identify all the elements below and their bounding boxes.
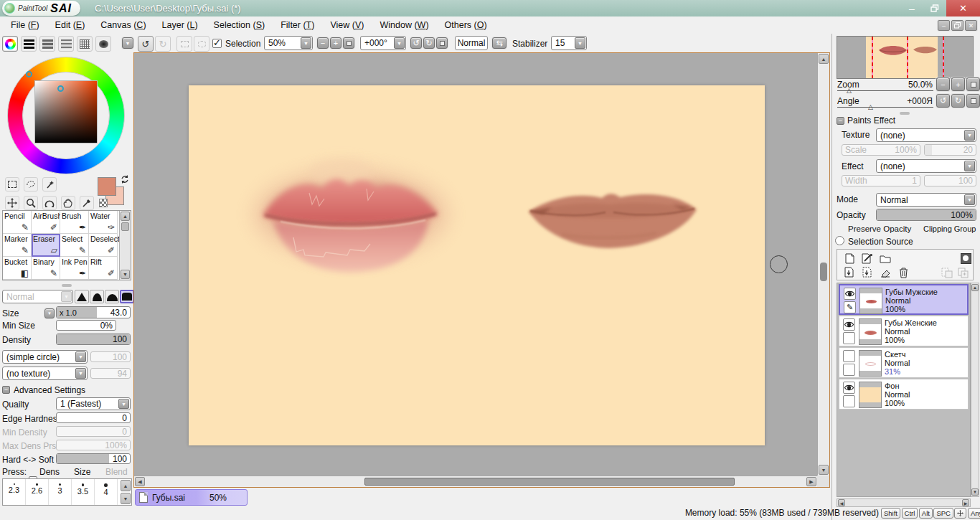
- document-restore-button[interactable]: [951, 20, 963, 31]
- color-wheel-toggle-button[interactable]: [2, 36, 18, 52]
- tool-rift[interactable]: Rift✐: [89, 257, 118, 280]
- tool-grid-scroll-down-button[interactable]: ▼: [121, 270, 130, 279]
- hscroll-left-button[interactable]: ◀: [135, 477, 145, 486]
- rotate-view-tool[interactable]: [42, 196, 57, 210]
- layer-row-3[interactable]: ФонNormal100%: [839, 379, 969, 410]
- tool-pencil[interactable]: Pencil✎: [3, 211, 32, 234]
- menu-others[interactable]: Others (O): [437, 16, 495, 34]
- texture-combo[interactable]: (none)▼: [876, 128, 976, 142]
- layer-mask-button[interactable]: [959, 252, 972, 265]
- window-minimize-button[interactable]: –: [900, 0, 923, 16]
- hscroll-thumb[interactable]: [364, 478, 735, 486]
- foreground-color-swatch[interactable]: [98, 177, 116, 196]
- nav-zoom-slider-thumb[interactable]: △: [847, 87, 852, 94]
- rect-select-tool[interactable]: [5, 177, 19, 192]
- effect-dropdown-arrow-icon[interactable]: ▼: [964, 161, 975, 171]
- paste-layer-button[interactable]: [941, 266, 953, 279]
- layer-visibility-toggle[interactable]: [843, 318, 855, 331]
- brush-size-preset-3[interactable]: 3: [49, 479, 72, 505]
- menu-edit[interactable]: Edit (E): [47, 16, 93, 34]
- brush-texture-combo[interactable]: (no texture)▼: [2, 367, 88, 380]
- min-size-slider[interactable]: 0%: [56, 320, 116, 331]
- layer-mode-dropdown-arrow-icon[interactable]: ▼: [964, 194, 975, 205]
- vscroll-down-button[interactable]: ▼: [819, 465, 829, 475]
- redo-button[interactable]: ↻: [155, 36, 171, 52]
- preset-scroll-up-button[interactable]: ▲: [121, 480, 131, 491]
- document-tab[interactable]: Губы.sai 50%: [135, 489, 248, 506]
- navigator[interactable]: [837, 36, 974, 79]
- brush-size-preset-3.5[interactable]: 3.5: [72, 479, 95, 505]
- texture-dropdown-arrow-icon[interactable]: ▼: [964, 130, 975, 141]
- brush-blend-mode-combo[interactable]: Normal▼: [2, 290, 73, 303]
- scratchpad-button[interactable]: [95, 36, 111, 52]
- paints-effect-collapse-button[interactable]: −: [837, 117, 844, 125]
- hue-marker[interactable]: [26, 71, 32, 77]
- transfer-down-button[interactable]: [843, 266, 856, 279]
- window-restore-button[interactable]: [923, 0, 946, 16]
- brush-shape-dropdown-arrow-icon[interactable]: ▼: [75, 351, 86, 362]
- rgb-sliders-button[interactable]: [21, 36, 37, 52]
- angle-combo[interactable]: +000°▼: [360, 36, 406, 50]
- layer-scroll-down-button[interactable]: ▼: [971, 488, 979, 496]
- layer-list-hscrollbar[interactable]: ◀ ▶: [837, 498, 971, 507]
- magic-wand-tool[interactable]: [42, 177, 57, 192]
- nav-angle-track[interactable]: [837, 107, 933, 108]
- vscroll-thumb[interactable]: [820, 263, 827, 281]
- brush-shape-flat-button[interactable]: [105, 290, 119, 303]
- nav-zoom-in-button[interactable]: +: [951, 77, 965, 91]
- menu-file[interactable]: File (F): [3, 16, 47, 34]
- effect-combo[interactable]: (none)▼: [876, 159, 976, 173]
- canvas-viewport[interactable]: [134, 53, 817, 476]
- tool-brush[interactable]: Brush✒: [60, 211, 89, 234]
- brush-shape-round-button[interactable]: [90, 290, 104, 303]
- nav-zoom-out-button[interactable]: −: [936, 77, 950, 91]
- lasso-tool[interactable]: [24, 177, 38, 192]
- size-unit-dropdown-button[interactable]: ▼: [44, 308, 55, 318]
- sv-marker[interactable]: [57, 85, 64, 92]
- tool-eraser[interactable]: Eraser▱: [32, 234, 60, 257]
- quality-dropdown-arrow-icon[interactable]: ▼: [118, 399, 129, 409]
- angle-dropdown-arrow-icon[interactable]: ▼: [394, 37, 405, 49]
- rotate-ccw-button[interactable]: ↺: [410, 37, 422, 49]
- undo-button[interactable]: ↺: [138, 36, 154, 52]
- tool-binary[interactable]: Binary✎: [32, 257, 60, 280]
- nav-zoom-reset-button[interactable]: [966, 77, 980, 91]
- layer-row-2[interactable]: СкетчNormal31%: [839, 347, 969, 378]
- brush-shape-square-button[interactable]: [120, 290, 134, 303]
- selection-invert-button[interactable]: [176, 36, 192, 52]
- tool-select[interactable]: Select✎: [60, 234, 89, 257]
- tool-water[interactable]: Water✑: [89, 211, 118, 234]
- layer-hscroll-right-button[interactable]: ▶: [962, 499, 969, 506]
- right-panel-resize-handle[interactable]: [900, 112, 910, 115]
- layer-paint-mode-box[interactable]: [843, 395, 855, 407]
- brush-size-preset-2.6[interactable]: 2.6: [26, 479, 49, 505]
- document-close-button[interactable]: ✕: [965, 20, 977, 31]
- saturation-value-picker[interactable]: [34, 80, 98, 143]
- size-slider[interactable]: x 1.0 43.0: [56, 306, 131, 318]
- layer-paint-mode-box[interactable]: [843, 332, 855, 344]
- stabilizer-combo[interactable]: 15▼: [551, 36, 587, 50]
- edge-hardness-slider[interactable]: 0: [56, 412, 131, 423]
- menu-view[interactable]: View (V): [322, 16, 372, 34]
- duplicate-layer-button[interactable]: [956, 266, 969, 279]
- zoom-tool[interactable]: [24, 196, 38, 210]
- angle-reset-button[interactable]: [436, 37, 448, 49]
- stabilizer-dropdown-arrow-icon[interactable]: ▼: [575, 37, 585, 49]
- advanced-settings-collapse-button[interactable]: −: [2, 386, 10, 394]
- zoom-combo[interactable]: 50%▼: [264, 36, 313, 50]
- layer-hscroll-left-button[interactable]: ◀: [838, 499, 845, 506]
- view-mode-button[interactable]: Normal: [455, 36, 488, 50]
- merge-down-button[interactable]: [861, 266, 874, 279]
- selection-source-radio[interactable]: [835, 236, 844, 245]
- tool-marker[interactable]: Marker✎: [3, 234, 32, 257]
- layer-scroll-up-button[interactable]: ▲: [971, 284, 979, 291]
- panel-expand-dropdown-button[interactable]: ▼: [122, 37, 133, 49]
- hscroll-right-button[interactable]: ▶: [806, 477, 816, 486]
- layer-list-scrollbar[interactable]: ▲ ▼: [971, 283, 979, 497]
- layer-visibility-toggle[interactable]: [843, 382, 855, 394]
- selection-deselect-button[interactable]: [194, 36, 209, 52]
- rotate-cw-button[interactable]: ↻: [423, 37, 435, 49]
- quality-combo[interactable]: 1 (Fastest)▼: [56, 397, 131, 410]
- zoom-reset-button[interactable]: [343, 37, 354, 49]
- menu-window[interactable]: Window (W): [372, 16, 436, 34]
